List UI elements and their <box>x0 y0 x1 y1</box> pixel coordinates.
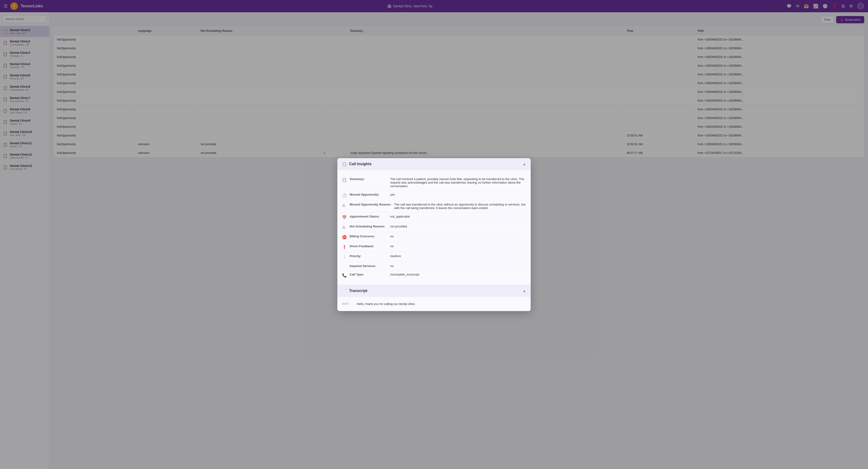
missed-opportunity-label: Missed Opportunity: <box>350 193 387 196</box>
modal-overlay[interactable]: 📋 Call Insights ▲ 📋 Summary: The call in… <box>0 0 868 469</box>
billing-icon: ⛔ <box>342 235 347 240</box>
given-feedback-value: no <box>390 244 526 248</box>
appointment-status-value: not_applicable <box>390 215 526 218</box>
priority-icon: ❕ <box>342 255 347 259</box>
transcript-collapse-icon[interactable]: ▲ <box>523 289 526 293</box>
call-insights-title: Call Insights <box>349 162 372 166</box>
not-scheduling-icon: ⚠ <box>342 225 347 229</box>
missed-opportunity-row: 🕐 Missed Opportunity: yes <box>342 190 526 200</box>
missed-opportunity-reason-label: Missed Opportunity Reason: <box>350 203 391 206</box>
billing-concerns-label: Billing Concerns: <box>350 234 387 238</box>
inquired-services-row: Inquired Services: no <box>342 262 526 270</box>
not-scheduling-reason-row: ⚠ Not Scheduling Reason: not provided <box>342 222 526 232</box>
not-scheduling-reason-value: not provided <box>390 225 526 228</box>
given-feedback-label: Given Feedback: <box>350 244 387 248</box>
missed-opportunity-reason-value: The call was transferred to the clinic w… <box>394 203 526 210</box>
missed-opportunity-value: yes <box>390 193 526 196</box>
call-insights-section: 📋 Call Insights ▲ 📋 Summary: The call in… <box>337 158 531 285</box>
feedback-icon: ❗ <box>342 245 347 249</box>
call-type-label: Call Type: <box>350 273 387 276</box>
transcript-body: 0:0:0 Hello, thank you for calling our d… <box>337 297 531 311</box>
transcript-section: 📄 Transcript ▲ 0:0:0 Hello, thank you fo… <box>337 285 531 311</box>
priority-row: ❕ Priority: medium <box>342 252 526 262</box>
call-insights-body: 📋 Summary: The call involved a patient, … <box>337 170 531 285</box>
inquired-services-value: no <box>390 264 526 268</box>
call-type-value: incomplete_transcript <box>390 273 526 276</box>
call-type-icon: 📞 <box>342 273 347 278</box>
transcript-time: 0:0:0 <box>342 302 354 306</box>
call-insights-modal: 📋 Call Insights ▲ 📋 Summary: The call in… <box>337 158 531 311</box>
summary-row: 📋 Summary: The call involved a patient, … <box>342 175 526 190</box>
given-feedback-row: ❗ Given Feedback: no <box>342 242 526 252</box>
clock-icon: 🕐 <box>342 193 347 198</box>
appointment-status-row: 📅 Appointment Status: not_applicable <box>342 212 526 222</box>
billing-concerns-row: ⛔ Billing Concerns: no <box>342 232 526 242</box>
transcript-row: 0:0:0 Hello, thank you for calling our d… <box>342 301 526 307</box>
billing-concerns-value: no <box>390 234 526 238</box>
appointment-status-label: Appointment Status: <box>350 215 387 218</box>
transcript-title: Transcript <box>349 289 367 293</box>
call-insights-header[interactable]: 📋 Call Insights ▲ <box>337 158 531 170</box>
call-insights-collapse-icon[interactable]: ▲ <box>523 162 526 166</box>
summary-icon: 📋 <box>342 178 347 182</box>
transcript-header[interactable]: 📄 Transcript ▲ <box>337 285 531 297</box>
transcript-text: Hello, thank you for calling our dental … <box>357 302 415 306</box>
priority-label: Priority: <box>350 254 387 258</box>
summary-label: Summary: <box>350 177 387 181</box>
priority-value: medium <box>390 254 526 258</box>
missed-opportunity-reason-row: ⚠ Missed Opportunity Reason: The call wa… <box>342 200 526 212</box>
call-insights-header-left: 📋 Call Insights <box>342 162 372 166</box>
transcript-header-left: 📄 Transcript <box>342 289 367 293</box>
warning-icon: ⚠ <box>342 203 347 208</box>
call-insights-section-icon: 📋 <box>342 162 347 166</box>
not-scheduling-reason-label: Not Scheduling Reason: <box>350 225 387 228</box>
inquired-services-label: Inquired Services: <box>350 264 387 268</box>
appointment-icon: 📅 <box>342 215 347 220</box>
summary-value: The call involved a patient, possibly na… <box>390 177 526 188</box>
call-type-row: 📞 Call Type: incomplete_transcript <box>342 270 526 280</box>
transcript-section-icon: 📄 <box>342 289 347 293</box>
